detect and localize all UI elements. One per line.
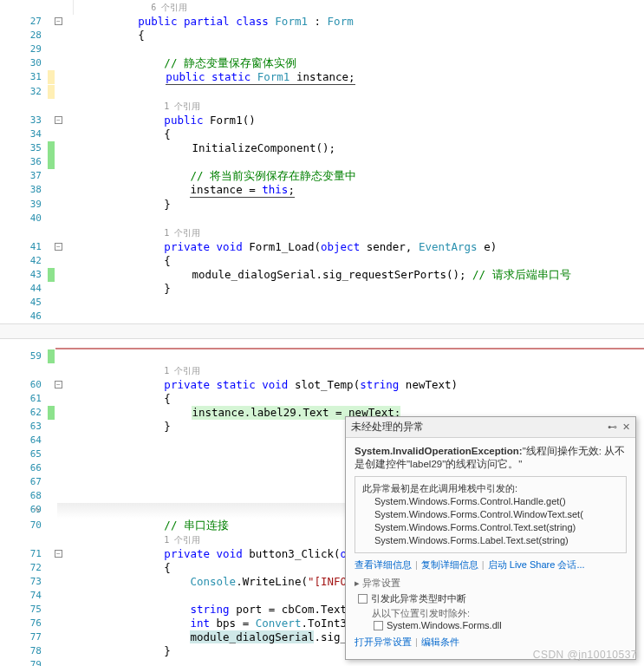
settings-heading[interactable]: ▸ 异常设置	[355, 577, 627, 590]
codelens-ref[interactable]: 6 个引用	[151, 3, 187, 12]
codelens-ref[interactable]: 1 个引用	[164, 535, 200, 545]
codelens-ref[interactable]: 1 个引用	[164, 101, 200, 111]
code-line[interactable]: public partial class Form1 : Form	[69, 15, 644, 29]
exception-message: System.InvalidOperationException:"线程间操作无…	[355, 445, 627, 471]
fold-toggle[interactable]: −	[55, 116, 62, 124]
watermark: CSDN @jn10010537	[533, 649, 637, 661]
edit-condition-link[interactable]: 编辑条件	[421, 637, 459, 647]
popup-header[interactable]: 未经处理的异常 ⊷ ✕	[346, 417, 635, 438]
close-icon[interactable]: ✕	[622, 421, 630, 433]
pin-icon[interactable]: ⊷	[608, 421, 617, 433]
edit-icon: ✎	[35, 503, 40, 517]
popup-title: 未经处理的异常	[351, 421, 424, 434]
fold-toggle[interactable]: −	[55, 381, 62, 388]
copy-details-link[interactable]: 复制详细信息	[421, 559, 478, 570]
fold-toggle[interactable]: −	[55, 243, 62, 251]
exclude-checkbox[interactable]	[374, 621, 383, 630]
open-settings-link[interactable]: 打开异常设置	[355, 637, 412, 647]
exception-popup: 未经处理的异常 ⊷ ✕ System.InvalidOperationExcep…	[345, 416, 636, 660]
live-share-link[interactable]: 启动 Live Share 会话...	[488, 559, 585, 570]
stack-trace: 此异常最初是在此调用堆栈中引发的: System.Windows.Forms.C…	[355, 476, 627, 553]
split-bar[interactable]	[0, 323, 644, 339]
fold-toggle[interactable]: −	[55, 550, 62, 558]
codelens-ref[interactable]: 1 个引用	[164, 366, 200, 375]
fold-toggle[interactable]: −	[55, 17, 62, 25]
line-number: 27	[14, 15, 47, 29]
view-details-link[interactable]: 查看详细信息	[355, 559, 412, 570]
codelens-ref[interactable]: 1 个引用	[164, 228, 200, 238]
break-checkbox[interactable]	[358, 594, 368, 604]
